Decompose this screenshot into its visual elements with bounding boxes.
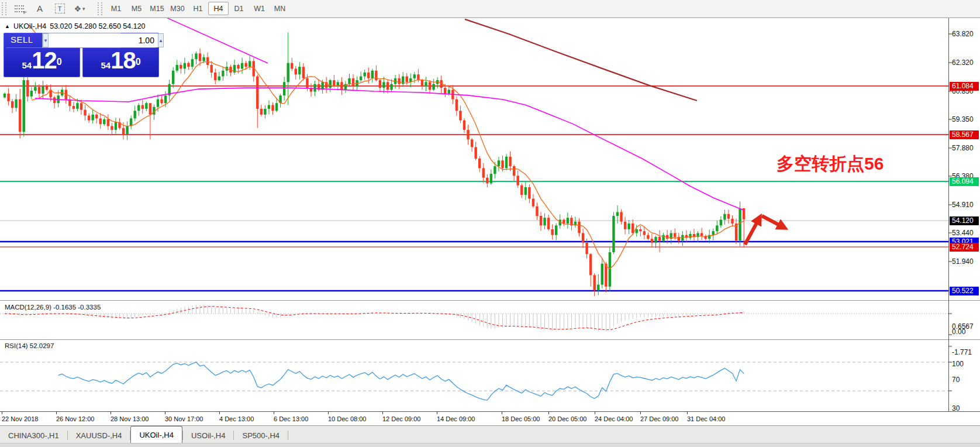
text-label-tool-icon[interactable]: A [31, 2, 49, 16]
candle [382, 82, 385, 88]
candle [739, 208, 741, 241]
candle [540, 216, 542, 225]
candle [678, 237, 680, 241]
candle [624, 222, 626, 229]
candle [567, 218, 569, 224]
chart-tab-usoilh4[interactable]: USOil-,H4 [183, 428, 234, 443]
window-bottom-strip [0, 443, 980, 447]
candle [505, 157, 508, 169]
timeframe-button-d1[interactable]: D1 [229, 2, 249, 15]
candle [601, 264, 603, 285]
text-box-tool-icon[interactable]: T [51, 2, 68, 16]
candle [425, 82, 427, 86]
timeframe-button-h1[interactable]: H1 [188, 2, 208, 15]
toolbar-grip[interactable] [98, 2, 102, 15]
indicator-axis-tick: -1.771 [952, 348, 980, 356]
timeframe-button-h4[interactable]: H4 [208, 2, 229, 15]
time-tick-label: 30 Nov 17:00 [165, 415, 203, 422]
candle [509, 157, 511, 166]
chevron-down-icon: ▾ [82, 6, 85, 12]
timeframe-button-m1[interactable]: M1 [106, 2, 126, 15]
time-tick-label: 27 Dec 09:00 [640, 415, 678, 422]
candle [636, 229, 638, 233]
toolbar-grip[interactable] [2, 2, 6, 15]
candle [727, 214, 730, 219]
candle [467, 130, 469, 139]
shapes-tool-icon[interactable]: ❖ ▾ [71, 2, 88, 16]
analyst-note-text[interactable]: 多空转折点56 [777, 152, 884, 176]
candle [387, 82, 389, 90]
timeframe-button-m5[interactable]: M5 [126, 2, 147, 15]
time-tick-label: 20 Dec 05:00 [548, 415, 586, 422]
chart-title: ▲ UKOil-,H4 53.020 54.280 52.650 54.120 [5, 22, 146, 30]
candle [80, 103, 82, 109]
candle [406, 77, 408, 82]
candle [627, 224, 630, 229]
candle [364, 73, 366, 77]
candle [271, 105, 274, 111]
timeframe-button-m15[interactable]: M15 [147, 2, 167, 15]
volume-stepper: ▼ ▲ [42, 33, 120, 48]
price-tick: 51.940 [952, 257, 980, 266]
candle [681, 235, 684, 241]
time-tick-label: 31 Dec 04:00 [687, 415, 725, 422]
candle [46, 86, 48, 90]
volume-input[interactable] [49, 33, 158, 47]
candle [578, 222, 580, 233]
candle [187, 63, 189, 67]
timeframe-button-m30[interactable]: M30 [167, 2, 188, 15]
ma-long-line [465, 19, 697, 101]
candle [398, 78, 400, 84]
chart-tab-sp500h4[interactable]: SP500-,H4 [234, 428, 288, 443]
time-tick-label: 18 Dec 05:00 [502, 415, 540, 422]
candle [142, 105, 144, 109]
chart-tab-xauusdh4[interactable]: XAUUSD-,H4 [68, 428, 130, 443]
candle [463, 121, 465, 130]
candle [157, 99, 159, 107]
timeframe-button-w1[interactable]: W1 [249, 2, 270, 15]
candle [563, 220, 565, 224]
candle [107, 119, 109, 126]
candle [115, 122, 117, 130]
price-level-label: 56.094 [950, 177, 979, 186]
time-tick-label: 10 Dec 08:00 [328, 415, 366, 422]
chart-tab-ukoilh4[interactable]: UKOil-,H4 [130, 426, 182, 443]
buy-price: 54180 [82, 47, 159, 74]
volume-increase-button[interactable]: ▲ [158, 33, 164, 47]
candle [585, 243, 588, 255]
candle [340, 82, 343, 90]
candle [517, 176, 519, 185]
candle [654, 237, 657, 243]
candle [597, 285, 599, 291]
candle [76, 103, 78, 109]
fibonacci-tool-icon[interactable]: F [11, 2, 29, 16]
candle [582, 233, 584, 242]
candle [367, 73, 370, 78]
candle [647, 235, 649, 239]
indicator-axis-tick: 100 [952, 360, 980, 368]
indicator-axis-tick: 70 [952, 376, 980, 384]
candle [432, 84, 434, 90]
candle [199, 53, 201, 61]
candle [620, 212, 622, 221]
candle [287, 63, 289, 82]
price-level-label: 54.120 [950, 216, 979, 225]
candle [701, 233, 703, 236]
volume-decrease-button[interactable]: ▼ [43, 33, 49, 47]
candle [482, 168, 485, 177]
price-tick: 57.880 [952, 144, 980, 152]
candle [712, 231, 715, 235]
candle [674, 233, 676, 237]
timeframe-button-mn[interactable]: MN [270, 2, 290, 15]
candle [91, 115, 94, 121]
candle [19, 99, 21, 132]
chart-tab-china300h1[interactable]: CHINA300-,H1 [0, 428, 67, 443]
price-tick: 62.320 [952, 59, 980, 67]
time-tick-label: 24 Dec 04:00 [595, 415, 633, 422]
candle [95, 115, 98, 119]
time-tick-label: 4 Dec 13:00 [219, 415, 254, 422]
chart-area[interactable]: ▲ UKOil-,H4 53.020 54.280 52.650 54.120 … [0, 18, 980, 425]
price-level-label: 52.724 [950, 243, 979, 252]
collapse-panel-icon[interactable]: ▲ [5, 23, 10, 29]
price-tick: 63.820 [952, 30, 980, 38]
